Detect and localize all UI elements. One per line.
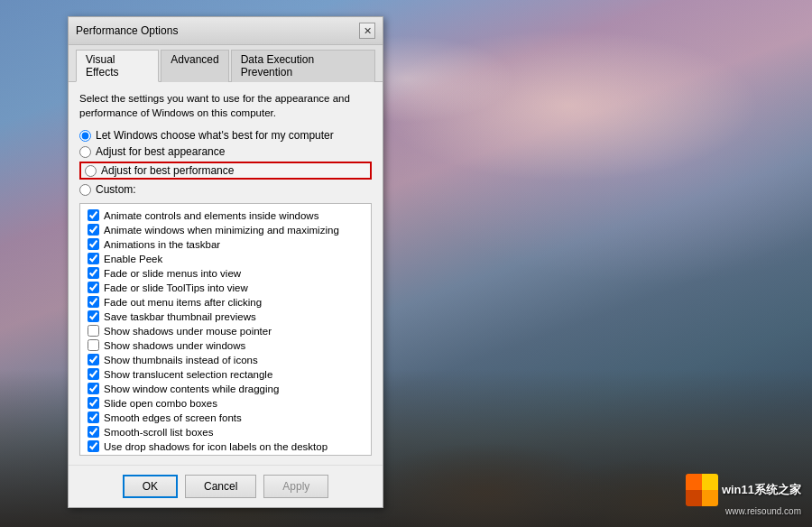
watermark: win11系统之家 www.reisound.com (686, 474, 801, 516)
checkbox-input-11[interactable] (88, 368, 99, 380)
checkbox-item: Show translucent selection rectangle (88, 368, 364, 380)
dialog-body: Select the settings you want to use for … (69, 82, 383, 465)
watermark-url: www.reisound.com (725, 506, 801, 516)
dialog-tabs: Visual Effects Advanced Data Execution P… (69, 45, 383, 82)
checkbox-label-10[interactable]: Show thumbnails instead of icons (104, 355, 258, 365)
watermark-logo (686, 474, 718, 506)
radio-best-appearance: Adjust for best appearance (79, 145, 372, 158)
radio-best-performance: Adjust for best performance (79, 162, 372, 180)
checkbox-item: Show shadows under mouse pointer (88, 325, 364, 337)
tab-dep[interactable]: Data Execution Prevention (231, 50, 375, 82)
checkbox-input-7[interactable] (88, 310, 99, 322)
checkbox-item: Enable Peek (88, 253, 364, 264)
radio-best-performance-input[interactable] (85, 165, 97, 177)
checkbox-item: Animate controls and elements inside win… (88, 209, 364, 221)
checkbox-item: Smooth-scroll list boxes (88, 426, 364, 438)
checkbox-label-12[interactable]: Show window contents while dragging (104, 384, 279, 394)
checkbox-item: Show thumbnails instead of icons (88, 354, 364, 365)
radio-let-windows: Let Windows choose what's best for my co… (79, 129, 372, 142)
radio-custom-input[interactable] (79, 184, 91, 196)
checkbox-label-15[interactable]: Smooth-scroll list boxes (104, 427, 213, 438)
tab-advanced[interactable]: Advanced (161, 50, 228, 82)
radio-custom-label[interactable]: Custom: (96, 183, 136, 196)
checkbox-label-14[interactable]: Smooth edges of screen fonts (104, 412, 242, 423)
checkbox-input-12[interactable] (88, 383, 99, 394)
checkbox-input-6[interactable] (88, 296, 99, 308)
radio-best-appearance-label[interactable]: Adjust for best appearance (96, 145, 225, 158)
checkbox-label-6[interactable]: Fade out menu items after clicking (104, 297, 262, 308)
dialog-titlebar: Performance Options ✕ (69, 17, 383, 45)
checkbox-label-7[interactable]: Save taskbar thumbnail previews (104, 311, 256, 322)
checkbox-input-9[interactable] (88, 339, 99, 351)
checkbox-input-14[interactable] (88, 411, 99, 423)
checkbox-input-10[interactable] (88, 354, 99, 365)
checkbox-item: Show shadows under windows (88, 339, 364, 351)
radio-group: Let Windows choose what's best for my co… (79, 129, 372, 196)
checkbox-label-2[interactable]: Animations in the taskbar (104, 239, 220, 250)
apply-button[interactable]: Apply (263, 475, 328, 498)
description-text: Select the settings you want to use for … (79, 91, 372, 120)
checkbox-item: Animations in the taskbar (88, 238, 364, 250)
radio-let-windows-label[interactable]: Let Windows choose what's best for my co… (96, 129, 334, 142)
checkbox-input-13[interactable] (88, 397, 99, 409)
checkbox-item: Fade out menu items after clicking (88, 296, 364, 308)
desktop-background: Performance Options ✕ Visual Effects Adv… (0, 0, 812, 527)
ok-button[interactable]: OK (123, 475, 178, 498)
checkbox-label-4[interactable]: Fade or slide menus into view (104, 268, 241, 279)
tab-visual-effects[interactable]: Visual Effects (76, 50, 159, 82)
watermark-sitename: win11系统之家 (722, 482, 801, 498)
checkbox-item: Fade or slide ToolTips into view (88, 282, 364, 293)
checkbox-input-5[interactable] (88, 282, 99, 293)
checkbox-item: Smooth edges of screen fonts (88, 411, 364, 423)
checkbox-input-2[interactable] (88, 238, 99, 250)
checkbox-input-4[interactable] (88, 267, 99, 279)
checkbox-item: Show window contents while dragging (88, 383, 364, 394)
checkbox-label-9[interactable]: Show shadows under windows (104, 340, 245, 351)
checkbox-input-0[interactable] (88, 209, 99, 221)
close-button[interactable]: ✕ (359, 23, 375, 39)
checkbox-item: Slide open combo boxes (88, 397, 364, 409)
cancel-button[interactable]: Cancel (185, 475, 256, 498)
checkbox-label-11[interactable]: Show translucent selection rectangle (104, 369, 272, 380)
checkbox-input-15[interactable] (88, 426, 99, 438)
checkbox-input-1[interactable] (88, 224, 99, 236)
checkbox-label-1[interactable]: Animate windows when minimizing and maxi… (104, 225, 339, 236)
radio-best-performance-label[interactable]: Adjust for best performance (101, 164, 234, 177)
checkbox-input-3[interactable] (88, 253, 99, 264)
radio-best-appearance-input[interactable] (79, 146, 91, 158)
checkbox-label-0[interactable]: Animate controls and elements inside win… (104, 210, 318, 221)
checkbox-label-3[interactable]: Enable Peek (104, 254, 162, 264)
performance-options-dialog: Performance Options ✕ Visual Effects Adv… (68, 16, 383, 508)
radio-let-windows-input[interactable] (79, 130, 91, 142)
checkbox-input-8[interactable] (88, 325, 99, 337)
checkbox-container: Animate controls and elements inside win… (79, 203, 372, 456)
radio-custom: Custom: (79, 183, 372, 196)
checkbox-label-13[interactable]: Slide open combo boxes (104, 398, 217, 409)
checkbox-label-16[interactable]: Use drop shadows for icon labels on the … (104, 441, 328, 452)
checkbox-label-5[interactable]: Fade or slide ToolTips into view (104, 282, 248, 293)
checkbox-item: Save taskbar thumbnail previews (88, 310, 364, 322)
checkbox-item: Animate windows when minimizing and maxi… (88, 224, 364, 236)
checkbox-item: Use drop shadows for icon labels on the … (88, 440, 364, 452)
checkbox-item: Fade or slide menus into view (88, 267, 364, 279)
checkbox-label-8[interactable]: Show shadows under mouse pointer (104, 326, 272, 337)
dialog-buttons: OK Cancel Apply (69, 465, 383, 507)
dialog-title: Performance Options (76, 24, 178, 37)
checkbox-input-16[interactable] (88, 440, 99, 452)
